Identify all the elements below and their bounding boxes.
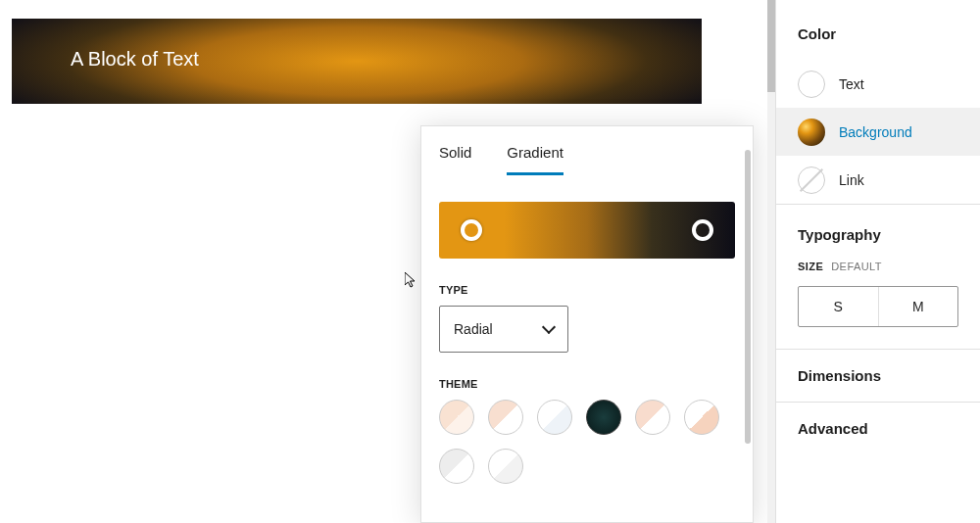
main-scrollbar[interactable] xyxy=(767,0,775,523)
link-color-swatch-icon xyxy=(798,166,825,194)
gradient-stop-1[interactable] xyxy=(461,219,482,241)
mouse-cursor-icon xyxy=(405,272,420,288)
color-row-background[interactable]: Background xyxy=(776,108,980,156)
theme-swatches xyxy=(439,400,735,484)
theme-swatch[interactable] xyxy=(488,400,523,435)
color-row-text-label: Text xyxy=(839,76,864,92)
text-block[interactable]: A Block of Text xyxy=(12,19,702,104)
color-row-link[interactable]: Link xyxy=(776,156,980,204)
theme-swatch[interactable] xyxy=(586,400,621,435)
gradient-bar[interactable] xyxy=(439,202,735,259)
gradient-stop-2[interactable] xyxy=(692,219,713,241)
typography-panel-title: Typography xyxy=(776,205,980,261)
color-picker-popover: Solid Gradient TYPE Radial THEME xyxy=(420,125,754,523)
text-color-swatch-icon xyxy=(798,71,825,98)
gradient-type-select[interactable]: Radial xyxy=(439,306,568,353)
dimensions-panel[interactable]: Dimensions xyxy=(776,349,980,402)
color-row-text[interactable]: Text xyxy=(776,60,980,108)
popover-scrollbar[interactable] xyxy=(745,150,751,444)
theme-swatch[interactable] xyxy=(537,400,572,435)
color-row-link-label: Link xyxy=(839,172,864,188)
theme-swatch[interactable] xyxy=(439,449,474,484)
gradient-type-value: Radial xyxy=(454,321,493,337)
color-panel-title: Color xyxy=(776,0,980,60)
scrollbar-thumb[interactable] xyxy=(767,0,775,92)
size-button-s[interactable]: S xyxy=(799,287,879,326)
color-mode-tabs: Solid Gradient xyxy=(439,144,735,174)
theme-swatch[interactable] xyxy=(635,400,670,435)
theme-swatch[interactable] xyxy=(684,400,719,435)
type-label: TYPE xyxy=(439,284,735,296)
text-block-content: A Block of Text xyxy=(71,48,199,70)
chevron-down-icon xyxy=(542,320,556,334)
tab-gradient[interactable]: Gradient xyxy=(507,144,564,175)
theme-swatch[interactable] xyxy=(488,449,523,484)
size-label: SIZE xyxy=(798,261,823,272)
size-label-row: SIZE DEFAULT xyxy=(776,261,980,286)
theme-swatch[interactable] xyxy=(439,400,474,435)
tab-solid[interactable]: Solid xyxy=(439,144,471,174)
size-button-m[interactable]: M xyxy=(879,287,958,326)
editor-canvas[interactable]: A Block of Text Solid Gradient TYPE Radi… xyxy=(0,0,767,523)
background-color-swatch-icon xyxy=(798,119,825,146)
advanced-panel[interactable]: Advanced xyxy=(776,402,980,454)
color-row-background-label: Background xyxy=(839,124,912,140)
font-size-presets: S M xyxy=(798,286,958,327)
theme-label: THEME xyxy=(439,378,735,390)
size-default: DEFAULT xyxy=(831,261,882,272)
settings-sidebar: Color Text Background Link Typography SI… xyxy=(775,0,980,523)
